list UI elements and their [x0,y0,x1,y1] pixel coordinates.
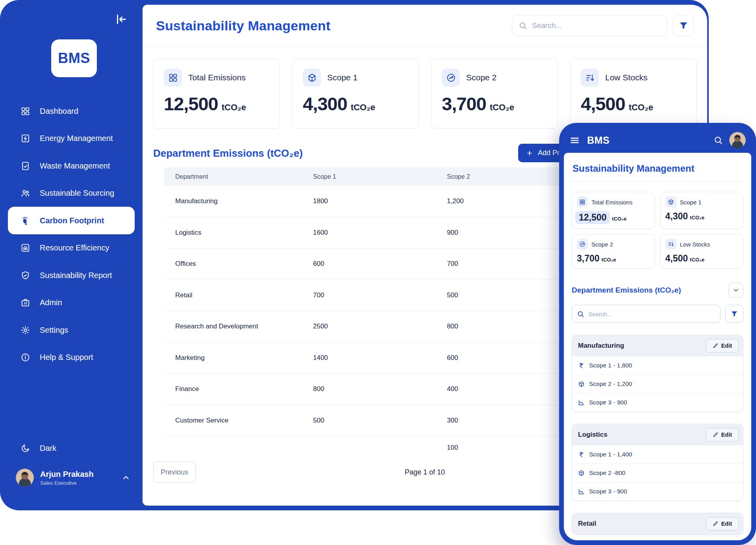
plus-icon [526,150,533,157]
sort-descending-icon [665,239,676,250]
previous-page-button[interactable]: Previous [153,462,196,483]
chevron-up-icon[interactable] [121,473,131,482]
mobile-overlay: BMS Sustainability Management Total Emis… [559,123,756,545]
department-card-manufacturing: Manufacturing Edit Scope 1 - 1,800 Scope… [572,335,743,412]
cell-scope-2: 100 [435,444,569,452]
cell-scope-1: 2500 [302,323,435,330]
sidebar-item-label: Resource Efficiency [40,243,109,252]
sidebar-item-sustainable-sourcing[interactable]: Sustainable Sourcing [8,182,135,204]
department-name: Logistics [578,431,706,439]
mobile-stat-card-scope-2: Scope 2 3,700 tCO₂e [572,234,655,269]
sidebar-item-admin[interactable]: Admin [8,292,135,314]
chevron-down-icon [732,286,740,294]
search-input[interactable] [588,311,715,317]
cell-scope-1: 700 [302,291,435,299]
stat-card-scope-2: Scope 2 3,700 tCO₂e [431,59,558,129]
stat-label: Scope 1 [680,199,702,206]
sidebar-item-label: Waste Management [40,161,110,171]
filter-funnel-icon [678,20,689,31]
hamburger-menu-icon[interactable] [569,135,580,146]
sidebar-item-label: Settings [40,326,68,335]
sidebar-item-waste-management[interactable]: Waste Management [8,155,135,177]
filter-button[interactable] [725,305,743,323]
cell-department: Offices [164,260,302,268]
stat-unit: tCO₂e [629,102,653,113]
cell-scope-2: 800 [435,323,569,330]
collapse-section-button[interactable] [728,283,743,298]
cell-scope-2: 400 [435,385,569,393]
column-header-scope-1: Scope 1 [302,173,435,180]
scope-row-text: Scope 2 -800 [589,469,625,476]
waste-icon [20,161,30,171]
filter-button[interactable] [673,15,694,36]
chart-line-icon [578,488,585,495]
stat-label: Total Emissions [591,199,632,206]
search-icon[interactable] [713,135,723,145]
avatar[interactable] [729,132,746,148]
section-title: Department Emissions (tCO₂e) [572,286,728,295]
sidebar-item-settings[interactable]: Settings [8,319,135,341]
cell-scope-2: 300 [435,417,569,425]
edit-button-label: Edit [721,432,732,438]
search-input[interactable] [532,21,661,30]
stat-unit: tCO₂e [690,215,704,221]
scope-row: Scope 3 - 900 [572,393,743,412]
cell-scope-2: 700 [435,260,569,268]
scope-row-text: Scope 2 - 1,200 [589,380,632,387]
sidebar-collapse-icon[interactable] [114,13,128,26]
trend-up-icon [577,239,588,250]
cube-icon [665,196,676,208]
edit-button[interactable]: Edit [706,428,739,441]
sidebar-item-carbon-footprint[interactable]: Carbon Footprint [8,207,135,234]
edit-button[interactable]: Edit [706,339,739,352]
sidebar-item-label: Help & Support [40,353,93,362]
sidebar-item-label: Energy Management [40,134,113,143]
scope-row: Scope 2 -800 [572,464,743,482]
mobile-body: Sustainability Management Total Emission… [564,153,751,540]
sidebar-item-sustainability-report[interactable]: Sustainability Report [8,264,135,286]
grid-icon [164,69,182,87]
mobile-page-title: Sustainability Management [572,159,743,182]
chart-line-icon [578,399,585,406]
column-header-scope-2: Scope 2 [435,173,569,180]
cell-department: Customer Service [164,417,302,425]
department-card-retail: Retail Edit [572,513,743,535]
sidebar-item-dashboard[interactable]: Dashboard [8,100,135,122]
dark-mode-label: Dark [40,444,56,453]
user-name: Arjun Prakash [40,470,94,479]
trend-up-icon [442,69,460,87]
main-header: Sustainability Management [143,5,707,47]
rupee-icon [578,451,585,458]
stat-card-scope-1: Scope 1 4,300 tCO₂e [292,59,419,129]
cell-department: Finance [164,385,302,393]
sidebar-item-label: Dashboard [40,107,78,116]
stat-unit: tCO₂e [602,257,616,263]
cell-department: Manufacturing [164,197,302,205]
mobile-header: BMS [564,128,751,153]
stat-unit: tCO₂e [351,102,375,113]
pencil-icon [713,432,718,437]
sidebar-item-label: Sustainability Report [40,271,112,280]
sidebar-item-help-support[interactable]: Help & Support [8,347,135,369]
sidebar-item-energy-management[interactable]: Energy Management [8,128,135,150]
stat-value: 3,700 [577,253,600,264]
energy-icon [20,133,30,143]
sidebar-item-resource-efficiency[interactable]: Resource Efficiency [8,237,135,259]
stat-label: Low Stocks [605,73,647,82]
cell-department: Marketing [164,354,302,362]
department-card-header: Logistics Edit [572,424,743,445]
stat-label: Scope 2 [591,241,613,248]
resource-icon [20,243,30,253]
dashboard-icon [20,106,30,116]
sidebar-item-label: Carbon Footprint [40,216,104,225]
stat-card-low-stocks: Low Stocks 4,500 tCO₂e [570,59,697,129]
stat-value: 3,700 [442,93,486,115]
cube-icon [578,381,585,387]
dark-mode-toggle[interactable]: Dark [8,437,135,459]
user-profile[interactable]: Arjun Prakash Sales Executive [16,469,131,487]
pencil-icon [713,343,718,349]
edit-button[interactable]: Edit [706,517,739,530]
page-title: Sustainability Management [156,18,512,33]
cell-department: Research and Development [164,323,302,330]
scope-row-text: Scope 1 - 1,800 [589,362,632,369]
